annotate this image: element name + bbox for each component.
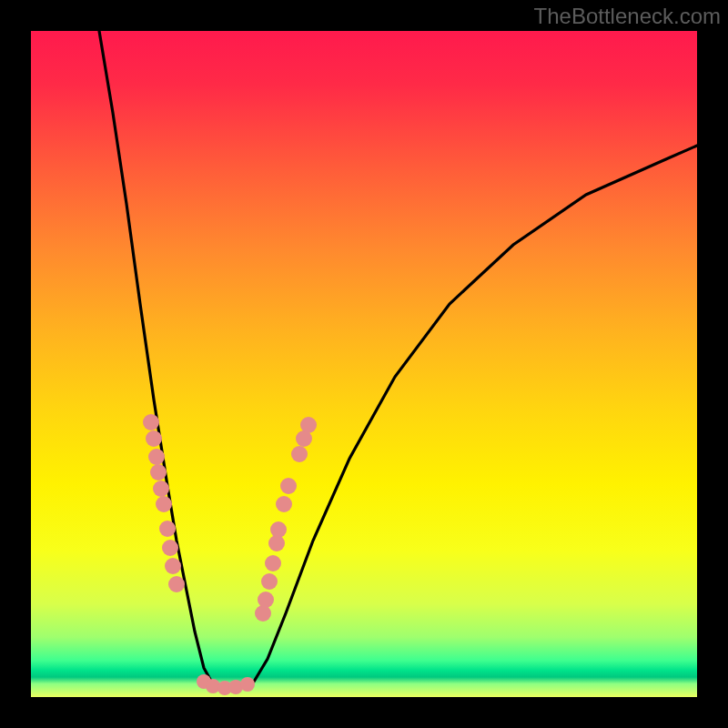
scatter-group [143,414,317,695]
data-dot [265,555,281,571]
watermark-text: TheBottleneck.com [534,4,721,29]
data-dot [276,496,292,512]
plot-area [31,31,697,697]
data-dot [258,592,274,608]
curve-group [99,31,697,688]
data-dot [143,414,159,430]
data-dot [159,521,176,537]
data-dot [280,478,297,494]
data-dot [153,480,169,497]
data-dot [156,496,172,512]
data-dot [148,449,165,465]
data-dot [150,464,167,480]
data-dot [240,677,255,692]
v-curve [99,31,697,688]
data-dot [261,573,278,590]
data-dot [300,417,317,433]
data-dot [165,558,181,574]
data-dot [270,521,287,538]
chart-svg [31,31,697,697]
data-dot [291,446,308,462]
data-dot [162,540,178,556]
data-dot [168,576,185,592]
chart-frame: TheBottleneck.com [0,0,728,728]
data-dot [255,605,271,622]
data-dot [146,430,162,447]
